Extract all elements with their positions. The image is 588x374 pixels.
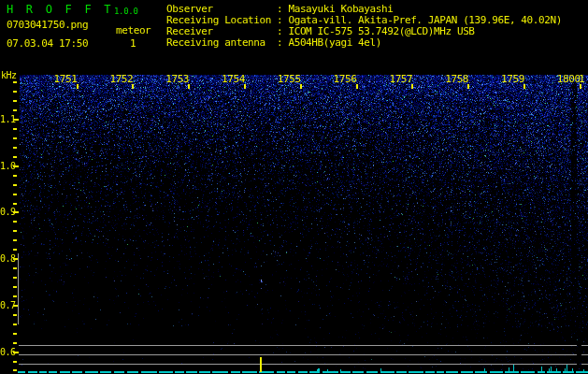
- freq-minor-tick: [13, 194, 17, 195]
- freq-tick-label: 1.1: [0, 114, 13, 124]
- meter-reference-line: [19, 354, 577, 355]
- freq-tick-label: 1.0: [0, 161, 13, 171]
- freq-minor-tick: [13, 314, 17, 316]
- minute-tick: [356, 84, 358, 89]
- freq-tick-label: 0.8: [0, 253, 13, 264]
- time-tick-label: 1755: [276, 74, 301, 85]
- freq-major-tick: [13, 119, 19, 121]
- meter-reference-line: [581, 354, 588, 355]
- minute-tick: [523, 84, 525, 89]
- freq-minor-tick: [13, 175, 17, 177]
- freq-minor-tick: [13, 342, 17, 344]
- freq-minor-tick: [13, 333, 17, 335]
- info-value: A504HB(yagi 4el): [288, 36, 381, 49]
- minute-tick: [132, 84, 134, 89]
- meter-reference-line: [581, 364, 588, 365]
- time-tick-label: 1757: [387, 74, 412, 85]
- freq-minor-tick: [13, 277, 17, 279]
- mode-label: meteor: [116, 25, 151, 36]
- info-row: Receiving antenna: A504HB(yagi 4el): [166, 37, 381, 49]
- freq-tick-label: 0.9: [0, 207, 13, 217]
- output-filename: 0703041750.png: [7, 20, 88, 31]
- freq-minor-tick: [13, 91, 17, 93]
- meter-reference-line: [19, 364, 577, 365]
- freq-minor-tick: [13, 369, 17, 371]
- freq-minor-tick: [13, 324, 17, 325]
- meteor-echo-spike: [260, 357, 262, 372]
- freq-minor-tick: [13, 286, 17, 288]
- info-colon: :: [277, 36, 288, 49]
- freq-minor-tick: [13, 109, 17, 111]
- minute-tick: [188, 84, 190, 89]
- time-tick-label: 1754: [220, 74, 245, 85]
- freq-major-tick: [13, 352, 19, 353]
- time-tick-label-partial: 1: [579, 74, 584, 85]
- time-tick-label: 1751: [52, 74, 78, 85]
- hrofft-output-image: H R O F F T 1.0.0 0703041750.png meteor …: [0, 0, 588, 374]
- freq-minor-tick: [13, 361, 17, 363]
- frame-datetime: 07.03.04 17:50: [7, 38, 88, 50]
- time-tick-label: 1752: [108, 74, 133, 85]
- info-label: Receiving antenna: [166, 37, 277, 49]
- freq-minor-tick: [13, 137, 17, 139]
- echo-count: 1: [130, 38, 136, 50]
- spectrogram-noise-canvas: [0, 0, 588, 374]
- freq-major-tick: [13, 211, 19, 213]
- time-tick-label: 1759: [499, 74, 524, 85]
- time-tick-label: 1756: [332, 74, 357, 85]
- freq-minor-tick: [13, 156, 17, 158]
- app-version: 1.0.0: [114, 7, 138, 16]
- freq-minor-tick: [13, 147, 17, 149]
- freq-tick-label: 0.7: [0, 300, 13, 310]
- minute-tick: [300, 84, 302, 89]
- freq-minor-tick: [13, 249, 17, 251]
- freq-minor-tick: [13, 203, 17, 205]
- minute-tick: [467, 84, 469, 89]
- freq-tick-label: 0.6: [0, 347, 13, 357]
- minute-tick: [411, 84, 413, 89]
- freq-minor-tick: [13, 100, 17, 102]
- minute-tick: [244, 84, 246, 89]
- freq-minor-tick: [13, 128, 17, 130]
- freq-minor-tick: [13, 267, 17, 269]
- freq-minor-tick: [13, 239, 17, 241]
- time-tick-label: 1753: [164, 74, 189, 85]
- meter-reference-line: [19, 345, 577, 346]
- time-tick-label: 1758: [443, 74, 468, 85]
- time-tick-label: 1800: [555, 74, 581, 85]
- freq-major-tick: [13, 165, 19, 167]
- freq-minor-tick: [13, 221, 17, 223]
- freq-minor-tick: [13, 81, 17, 83]
- meter-reference-line: [581, 345, 588, 346]
- minute-tick: [77, 84, 79, 89]
- meter-scale-vertical-line: [18, 253, 19, 324]
- freq-minor-tick: [13, 230, 17, 232]
- freq-minor-tick: [13, 295, 17, 297]
- freq-minor-tick: [13, 184, 17, 186]
- app-title: H R O F F T: [7, 4, 114, 16]
- freq-axis-unit: kHz: [1, 70, 17, 80]
